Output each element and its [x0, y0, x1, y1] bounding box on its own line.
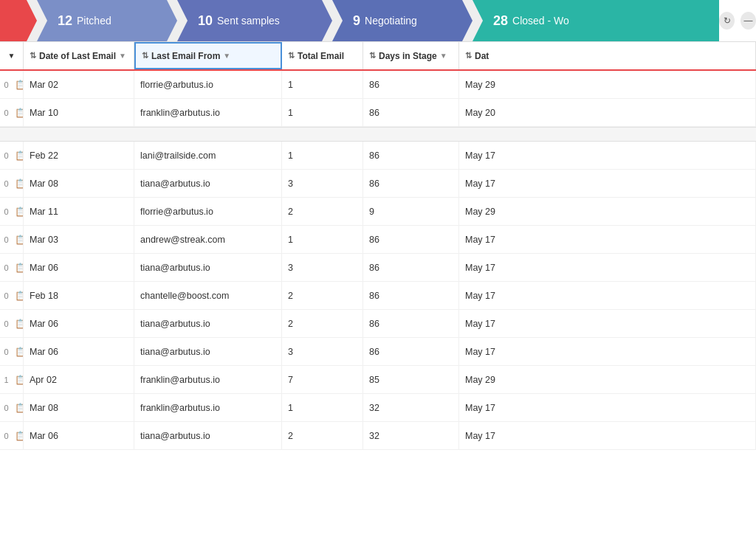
note-icon: 📋 — [15, 150, 24, 161]
sort-icon-total: ⇅ — [288, 51, 295, 60]
row-icons: ☎ 0 📋 0 — [0, 226, 24, 253]
dropdown-icon[interactable]: ▼ — [8, 52, 16, 60]
calls-count: 1 — [4, 375, 8, 384]
table-row[interactable]: ☎ 0 📋 0 Mar 02 florrie@arbutus.io 1 86 M… — [0, 71, 756, 99]
filter-icon-days[interactable]: ▼ — [440, 52, 447, 60]
table-row[interactable]: ☎ 0 📋 0 Mar 08 franklin@arbutus.io 1 32 … — [0, 394, 756, 422]
cell-last-email-from: tiana@arbutus.io — [134, 310, 282, 337]
cell-date-last-email: Mar 08 — [24, 394, 134, 421]
note-icon: 📋 — [15, 108, 24, 118]
row-icons: ☎ 0 📋 0 — [0, 282, 24, 309]
table-row[interactable]: ☎ 0 📋 0 Mar 08 tiana@arbutus.io 3 86 May… — [0, 170, 756, 198]
note-icon: 📋 — [15, 375, 24, 385]
sort-icon-date2: ⇅ — [465, 51, 472, 60]
stage-sent-count: 10 — [198, 13, 213, 29]
cell-date2: May 29 — [459, 198, 756, 225]
sort-icon-days: ⇅ — [369, 51, 376, 60]
note-icon: 📋 — [15, 319, 24, 329]
minimize-button[interactable]: — — [740, 12, 756, 30]
stage-negotiating[interactable]: 9 Negotiating — [332, 0, 472, 41]
calls-count: 0 — [4, 263, 8, 272]
table-row[interactable]: ☎ 0 📋 0 Mar 11 florrie@arbutus.io 2 9 Ma… — [0, 198, 756, 226]
cell-days-in-stage: 86 — [363, 282, 459, 309]
row-icons: ☎ 0 📋 0 — [0, 310, 24, 337]
calls-count: 0 — [4, 179, 8, 188]
calls-count: 0 — [4, 151, 8, 160]
table-row[interactable]: ☎ 0 📋 0 Mar 06 tiana@arbutus.io 2 32 May… — [0, 422, 756, 450]
refresh-button[interactable]: ↻ — [719, 12, 735, 30]
stage-closed-wo[interactable]: 28 Closed - Wo — [472, 0, 756, 41]
table-row[interactable]: ☎ 0 📋 0 Feb 22 lani@trailside.com 1 86 M… — [0, 142, 756, 170]
cell-date-last-email: Mar 06 — [24, 422, 134, 449]
calls-count: 0 — [4, 108, 8, 117]
filter-icon-email[interactable]: ▼ — [223, 52, 230, 60]
cell-date-last-email: Mar 06 — [24, 254, 134, 281]
calls-count: 0 — [4, 404, 8, 412]
cell-date-last-email: Mar 03 — [24, 226, 134, 253]
header-date-last-email[interactable]: ⇅ Date of Last Email ▼ — [24, 42, 134, 69]
cell-date2: May 17 — [459, 282, 756, 309]
table-row[interactable]: ☎ 0 📋 0 Mar 06 tiana@arbutus.io 3 86 May… — [0, 254, 756, 282]
note-icon: 📋 — [15, 403, 24, 413]
note-icon: 📋 — [15, 235, 24, 245]
cell-date-last-email: Mar 10 — [24, 99, 134, 126]
stage-closed-count: 28 — [493, 13, 508, 29]
header-last-email-from[interactable]: ⇅ Last Email From ▼ — [134, 42, 282, 69]
header-total-email[interactable]: ⇅ Total Email — [282, 42, 363, 69]
cell-total-email: 1 — [282, 394, 363, 421]
cell-total-email: 2 — [282, 422, 363, 449]
table-row[interactable]: ☎ 1 📋 0 Apr 02 franklin@arbutus.io 7 85 … — [0, 366, 756, 394]
cell-date2: May 17 — [459, 226, 756, 253]
row-icons: ☎ 0 📋 0 — [0, 338, 24, 365]
stage-sent-label: Sent samples — [217, 15, 280, 27]
cell-date2: May 17 — [459, 142, 756, 169]
table-row[interactable]: ☎ 0 📋 0 Feb 18 chantelle@boost.com 2 86 … — [0, 282, 756, 310]
cell-date-last-email: Mar 11 — [24, 198, 134, 225]
cell-days-in-stage: 86 — [363, 170, 459, 197]
row-icons: ☎ 0 📋 0 — [0, 71, 24, 98]
filter-icon-date[interactable]: ▼ — [119, 52, 126, 60]
cell-date-last-email: Feb 22 — [24, 142, 134, 169]
stage-neg-label: Negotiating — [365, 15, 417, 27]
calls-count: 0 — [4, 235, 8, 244]
sort-icon-date: ⇅ — [30, 51, 36, 60]
note-icon: 📋 — [15, 179, 24, 189]
header-days-in-stage[interactable]: ⇅ Days in Stage ▼ — [363, 42, 459, 69]
cell-date2: May 17 — [459, 254, 756, 281]
row-icons: ☎ 0 📋 0 — [0, 198, 24, 225]
cell-days-in-stage: 85 — [363, 366, 459, 393]
note-icon: 📋 — [15, 431, 24, 441]
stage-empty[interactable] — [0, 0, 37, 41]
row-icons: ☎ 0 📋 0 — [0, 99, 24, 126]
note-icon: 📋 — [15, 291, 24, 301]
table-row[interactable]: ☎ 0 📋 0 Mar 03 andrew@streak.com 1 86 Ma… — [0, 226, 756, 254]
cell-last-email-from: franklin@arbutus.io — [134, 99, 282, 126]
cell-total-email: 3 — [282, 170, 363, 197]
cell-date2: May 17 — [459, 394, 756, 421]
cell-total-email: 1 — [282, 71, 363, 98]
stage-pitched[interactable]: 12 Pitched — [37, 0, 177, 41]
stage-pitched-count: 12 — [58, 13, 72, 29]
section-divider — [0, 127, 756, 142]
table-row[interactable]: ☎ 0 📋 0 Mar 10 franklin@arbutus.io 1 86 … — [0, 99, 756, 127]
cell-total-email: 3 — [282, 338, 363, 365]
table-row[interactable]: ☎ 0 📋 0 Mar 06 tiana@arbutus.io 2 86 May… — [0, 310, 756, 338]
cell-last-email-from: andrew@streak.com — [134, 226, 282, 253]
top-right-controls: ↻ — — [719, 0, 756, 41]
cell-last-email-from: lani@trailside.com — [134, 142, 282, 169]
cell-date2: May 29 — [459, 71, 756, 98]
table-body: ☎ 0 📋 0 Mar 02 florrie@arbutus.io 1 86 M… — [0, 71, 756, 554]
cell-last-email-from: franklin@arbutus.io — [134, 366, 282, 393]
stage-closed-label: Closed - Wo — [512, 15, 569, 27]
cell-date2: May 17 — [459, 170, 756, 197]
header-checkbox[interactable]: ▼ — [0, 42, 24, 69]
header-date2[interactable]: ⇅ Dat — [459, 42, 756, 69]
cell-date-last-email: Mar 06 — [24, 310, 134, 337]
stage-sent-samples[interactable]: 10 Sent samples — [177, 0, 332, 41]
row-icons: ☎ 0 📋 0 — [0, 170, 24, 197]
cell-last-email-from: tiana@arbutus.io — [134, 254, 282, 281]
cell-date-last-email: Feb 18 — [24, 282, 134, 309]
note-icon: 📋 — [15, 80, 24, 90]
cell-date-last-email: Mar 02 — [24, 71, 134, 98]
table-row[interactable]: ☎ 0 📋 0 Mar 06 tiana@arbutus.io 3 86 May… — [0, 338, 756, 366]
